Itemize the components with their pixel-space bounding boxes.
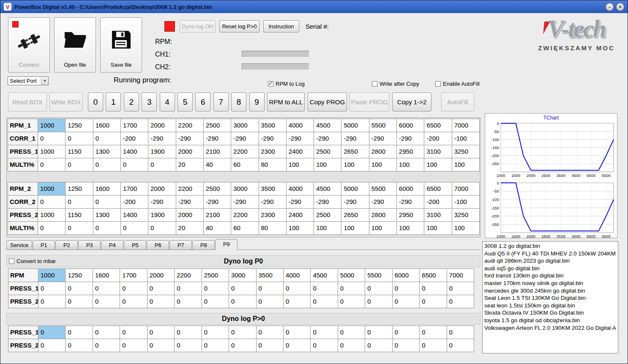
file-list-item[interactable]: 3008 1.2 go digital.bin: [484, 242, 616, 250]
table-cell[interactable]: 2000: [147, 269, 174, 282]
table-cell[interactable]: 2200: [176, 119, 203, 132]
tab-p4[interactable]: P4: [101, 240, 123, 250]
table-cell[interactable]: 0: [93, 326, 120, 339]
table-cell[interactable]: 100: [424, 222, 451, 234]
table-cell[interactable]: 60: [231, 222, 258, 234]
file-list-item[interactable]: seat leon 1.5tsi 150km go digital.bin: [484, 302, 616, 310]
rpm-to-all-button[interactable]: RPM to ALL: [267, 92, 305, 111]
table-cell[interactable]: 1600: [93, 182, 120, 195]
table-cell[interactable]: 40: [204, 222, 231, 234]
table-cell[interactable]: 3100: [424, 209, 451, 221]
table-cell[interactable]: 20: [176, 158, 203, 171]
table-cell[interactable]: 0: [120, 295, 147, 308]
table-cell[interactable]: 0: [338, 339, 365, 352]
table-cell[interactable]: 1600: [93, 119, 120, 132]
table-cell[interactable]: 2950: [397, 145, 424, 158]
table-cell[interactable]: 4500: [311, 269, 337, 282]
table-cell[interactable]: 0: [121, 222, 148, 234]
digit-button-0[interactable]: 0: [88, 92, 103, 111]
table-cell[interactable]: 3250: [452, 209, 479, 221]
table-cell[interactable]: 1700: [121, 182, 148, 195]
table-cell[interactable]: 0: [66, 158, 93, 171]
table-cell[interactable]: 0: [121, 158, 148, 171]
table-cell[interactable]: 2200: [175, 269, 201, 282]
table-cell[interactable]: 1000: [38, 269, 65, 282]
open-file-button[interactable]: Open file: [54, 17, 96, 73]
table-cell[interactable]: 100: [397, 222, 424, 234]
table-cell[interactable]: 0: [147, 295, 174, 308]
table-cell[interactable]: 2400: [287, 209, 314, 221]
table-cell[interactable]: 4000: [284, 269, 310, 282]
table-cell[interactable]: 1000: [38, 209, 65, 221]
table-cell[interactable]: -290: [341, 132, 369, 145]
tab-p5[interactable]: P5: [124, 240, 146, 250]
table-cell[interactable]: -290: [204, 132, 231, 145]
table-cell[interactable]: 2500: [202, 269, 229, 282]
table-cell[interactable]: 2200: [231, 209, 258, 221]
table-cell[interactable]: 0: [38, 222, 65, 234]
tab-p3[interactable]: P3: [78, 240, 101, 250]
file-list-item[interactable]: toyota 1.5 go digital od obciążenia.bin: [484, 317, 616, 324]
table-cell[interactable]: 100: [287, 222, 314, 234]
table-cell[interactable]: 2800: [369, 145, 396, 158]
table-cell[interactable]: -290: [148, 132, 175, 145]
table-cell[interactable]: 2100: [204, 145, 231, 158]
table-cell[interactable]: 6000: [397, 119, 424, 132]
table-cell[interactable]: 2200: [176, 182, 203, 195]
close-button[interactable]: ✕: [616, 3, 624, 11]
tab-service[interactable]: Service: [6, 240, 32, 250]
enable-autofill-checkbox[interactable]: Enable AutoFill: [435, 81, 480, 87]
table-cell[interactable]: 2300: [259, 209, 286, 221]
tab-p8[interactable]: P8: [192, 240, 215, 250]
connect-button[interactable]: Connect: [8, 17, 50, 73]
table-cell[interactable]: 5500: [365, 269, 392, 282]
table-cell[interactable]: 0: [338, 295, 365, 308]
table-cell[interactable]: 0: [120, 282, 147, 295]
table-cell[interactable]: 4000: [287, 182, 314, 195]
table-cell[interactable]: 1700: [120, 269, 147, 282]
table-cell[interactable]: 0: [447, 326, 474, 339]
table-cell[interactable]: -290: [176, 196, 203, 208]
table-cell[interactable]: 0: [120, 339, 147, 352]
table-cell[interactable]: 2950: [397, 209, 424, 221]
table-cell[interactable]: 2650: [341, 209, 369, 221]
tab-p1[interactable]: P1: [33, 240, 55, 250]
table-cell[interactable]: 0: [93, 282, 120, 295]
table-cell[interactable]: 6500: [424, 182, 451, 195]
table-cell[interactable]: 5500: [369, 119, 396, 132]
table-cell[interactable]: 7000: [452, 119, 479, 132]
table-cell[interactable]: 100: [452, 158, 479, 171]
table-cell[interactable]: 0: [311, 326, 337, 339]
table-cell[interactable]: 0: [257, 339, 283, 352]
table-cell[interactable]: 0: [393, 339, 419, 352]
table-cell[interactable]: 2000: [148, 119, 175, 132]
table-cell[interactable]: 5000: [338, 269, 365, 282]
table-cell[interactable]: 0: [229, 295, 256, 308]
table-cell[interactable]: 0: [148, 222, 175, 234]
write-after-copy-checkbox[interactable]: Write after Copy: [372, 81, 419, 87]
table-cell[interactable]: 0: [447, 282, 474, 295]
table-cell[interactable]: 0: [365, 282, 392, 295]
table-cell[interactable]: 0: [93, 132, 120, 145]
table-cell[interactable]: 1300: [93, 209, 120, 221]
table-cell[interactable]: 0: [38, 196, 65, 208]
table-cell[interactable]: 0: [175, 339, 201, 352]
table-cell[interactable]: -100: [452, 132, 479, 145]
table-cell[interactable]: 0: [420, 295, 446, 308]
table-cell[interactable]: 100: [287, 158, 314, 171]
file-list-item[interactable]: Seat Leon 1.5 TSI 130KM Go Digital.bin: [484, 294, 616, 302]
table-cell[interactable]: 7000: [452, 182, 479, 195]
table-cell[interactable]: 100: [341, 222, 369, 234]
table-cell[interactable]: 0: [284, 339, 310, 352]
table-cell[interactable]: 0: [365, 326, 392, 339]
table-cell[interactable]: 0: [284, 295, 310, 308]
table-cell[interactable]: 0: [147, 339, 174, 352]
digit-button-2[interactable]: 2: [124, 92, 139, 111]
table-cell[interactable]: 100: [424, 158, 451, 171]
table-cell[interactable]: 100: [341, 158, 369, 171]
table-cell[interactable]: 0: [202, 295, 229, 308]
table-cell[interactable]: -200: [121, 132, 148, 145]
table-cell[interactable]: 2000: [176, 145, 203, 158]
table-cell[interactable]: 2650: [341, 145, 369, 158]
table-cell[interactable]: 0: [311, 282, 337, 295]
